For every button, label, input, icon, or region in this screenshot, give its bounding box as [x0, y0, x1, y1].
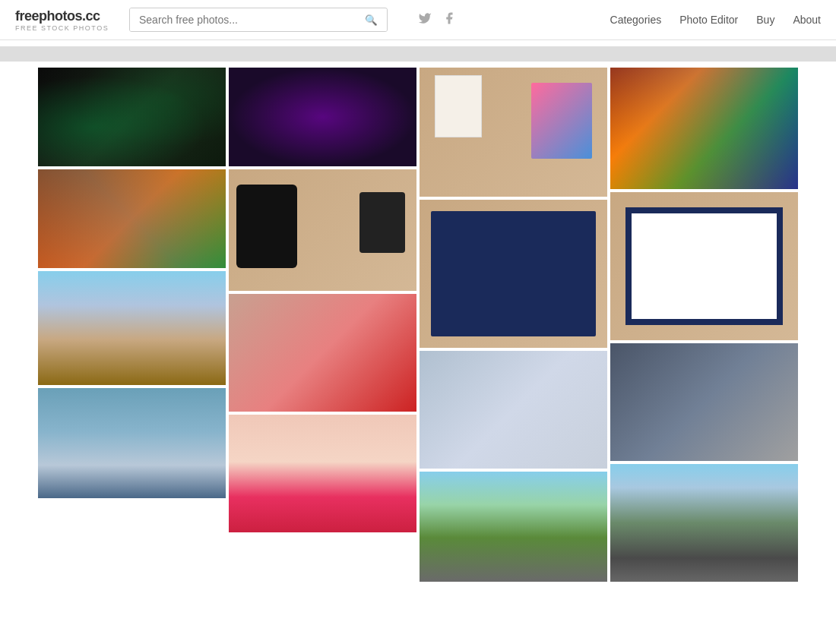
photo-1[interactable] [38, 68, 226, 166]
photo-6[interactable] [229, 169, 416, 291]
nav-about[interactable]: About [793, 14, 821, 26]
grid-column-4 [610, 68, 798, 582]
nav-buy[interactable]: Buy [756, 14, 774, 26]
facebook-icon[interactable] [442, 11, 456, 28]
search-button[interactable]: 🔍 [356, 9, 387, 31]
gray-bar [0, 46, 836, 62]
header: freephotos.cc FREE STOCK PHOTOS 🔍 Catego… [0, 0, 836, 40]
photo-9[interactable] [38, 271, 226, 385]
photo-2[interactable] [229, 68, 416, 166]
photo-14[interactable] [229, 415, 416, 532]
search-bar: 🔍 [129, 8, 388, 32]
photo-15[interactable] [420, 472, 607, 582]
social-icons [418, 11, 456, 28]
photo-4[interactable] [610, 68, 798, 189]
photo-8[interactable] [610, 192, 798, 340]
photo-11[interactable] [420, 351, 607, 469]
search-input[interactable] [130, 8, 356, 31]
nav-categories[interactable]: Categories [610, 14, 662, 26]
photo-13[interactable] [38, 388, 226, 498]
photo-3[interactable] [420, 68, 607, 197]
logo-area: freephotos.cc FREE STOCK PHOTOS [15, 8, 114, 32]
nav-photo-editor[interactable]: Photo Editor [679, 14, 738, 26]
photo-12[interactable] [610, 343, 798, 461]
photo-16[interactable] [610, 464, 798, 582]
grid-column-2 [229, 68, 416, 582]
twitter-icon[interactable] [418, 11, 432, 28]
grid-column-1 [38, 68, 226, 582]
logo-main[interactable]: freephotos.cc [15, 8, 100, 24]
grid-column-3 [420, 68, 607, 582]
nav-links: Categories Photo Editor Buy About [610, 14, 821, 26]
logo-sub: FREE STOCK PHOTOS [15, 24, 109, 32]
photo-10[interactable] [229, 294, 416, 412]
photo-5[interactable] [38, 169, 226, 268]
search-icon: 🔍 [365, 14, 378, 26]
photo-7[interactable] [420, 200, 607, 348]
photo-grid [0, 68, 836, 582]
